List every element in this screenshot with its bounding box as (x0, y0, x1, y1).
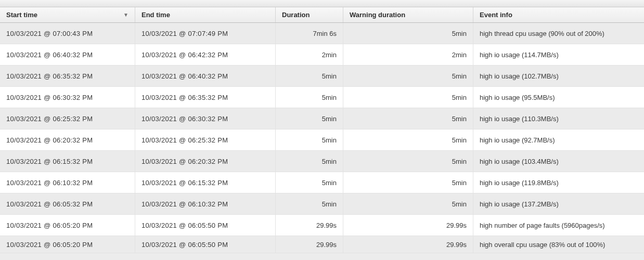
cell-warning-duration: 5min (343, 129, 473, 150)
table-row[interactable]: 10/03/2021 @ 06:30:32 PM 10/03/2021 @ 06… (0, 87, 644, 108)
events-panel: Start time ▼ End time Duration Warning d… (0, 0, 644, 260)
cell-start-time: 10/03/2021 @ 06:05:20 PM (0, 236, 135, 253)
cell-start-time: 10/03/2021 @ 06:30:32 PM (0, 87, 135, 108)
cell-event-info: high io usage (114.7MB/s) (473, 44, 644, 65)
cell-end-time: 10/03/2021 @ 06:05:50 PM (135, 215, 276, 236)
cell-duration: 29.99s (276, 215, 343, 236)
cell-start-time: 10/03/2021 @ 07:00:43 PM (0, 23, 135, 44)
cell-warning-duration: 29.99s (343, 215, 473, 236)
cell-warning-duration: 5min (343, 151, 473, 172)
cell-event-info: high io usage (119.8MB/s) (473, 172, 644, 193)
cell-duration: 5min (276, 108, 343, 129)
cell-warning-duration: 29.99s (343, 236, 473, 253)
cell-end-time: 10/03/2021 @ 06:10:32 PM (135, 193, 276, 214)
table-row[interactable]: 10/03/2021 @ 06:15:32 PM 10/03/2021 @ 06… (0, 151, 644, 172)
cell-start-time: 10/03/2021 @ 06:15:32 PM (0, 151, 135, 172)
cell-duration: 29.99s (276, 236, 343, 253)
cell-warning-duration: 5min (343, 23, 473, 44)
table-row[interactable]: 10/03/2021 @ 06:05:32 PM 10/03/2021 @ 06… (0, 193, 644, 215)
table-row[interactable]: 10/03/2021 @ 06:25:32 PM 10/03/2021 @ 06… (0, 108, 644, 129)
cell-warning-duration: 5min (343, 87, 473, 108)
cell-event-info: high io usage (92.7MB/s) (473, 129, 644, 150)
cell-end-time: 10/03/2021 @ 06:40:32 PM (135, 66, 276, 86)
cell-event-info: high overall cpu usage (83% out of 100%) (473, 236, 644, 253)
cell-end-time: 10/03/2021 @ 06:30:32 PM (135, 108, 276, 129)
column-label: Warning duration (350, 11, 405, 19)
cell-event-info: high io usage (137.2MB/s) (473, 193, 644, 214)
column-header-event-info[interactable]: Event info (473, 7, 644, 22)
cell-start-time: 10/03/2021 @ 06:25:32 PM (0, 108, 135, 129)
cell-start-time: 10/03/2021 @ 06:20:32 PM (0, 129, 135, 150)
table-header: Start time ▼ End time Duration Warning d… (0, 7, 644, 23)
cell-end-time: 10/03/2021 @ 06:42:32 PM (135, 44, 276, 65)
column-header-start-time[interactable]: Start time ▼ (0, 7, 135, 22)
cell-start-time: 10/03/2021 @ 06:40:32 PM (0, 44, 135, 65)
cell-warning-duration: 2min (343, 44, 473, 65)
table-row[interactable]: 10/03/2021 @ 06:40:32 PM 10/03/2021 @ 06… (0, 44, 644, 66)
cell-event-info: high thread cpu usage (90% out of 200%) (473, 23, 644, 44)
cell-event-info: high io usage (110.3MB/s) (473, 108, 644, 129)
table-row[interactable]: 10/03/2021 @ 06:05:20 PM 10/03/2021 @ 06… (0, 236, 644, 253)
table-row[interactable]: 10/03/2021 @ 07:00:43 PM 10/03/2021 @ 07… (0, 23, 644, 44)
cell-end-time: 10/03/2021 @ 06:20:32 PM (135, 151, 276, 172)
cell-event-info: high io usage (103.4MB/s) (473, 151, 644, 172)
cell-end-time: 10/03/2021 @ 06:25:32 PM (135, 129, 276, 150)
cell-end-time: 10/03/2021 @ 07:07:49 PM (135, 23, 276, 44)
cell-event-info: high number of page faults (5960pages/s) (473, 215, 644, 236)
column-header-end-time[interactable]: End time (135, 7, 276, 22)
cell-duration: 5min (276, 129, 343, 150)
cell-warning-duration: 5min (343, 66, 473, 86)
cell-end-time: 10/03/2021 @ 06:05:50 PM (135, 236, 276, 253)
cell-duration: 5min (276, 193, 343, 214)
cell-duration: 5min (276, 87, 343, 108)
cell-duration: 5min (276, 172, 343, 193)
column-label: Start time (6, 11, 37, 19)
cell-end-time: 10/03/2021 @ 06:15:32 PM (135, 172, 276, 193)
table-row[interactable]: 10/03/2021 @ 06:05:20 PM 10/03/2021 @ 06… (0, 215, 644, 236)
column-header-duration[interactable]: Duration (276, 7, 343, 22)
cell-duration: 7min 6s (276, 23, 343, 44)
cell-warning-duration: 5min (343, 172, 473, 193)
cell-warning-duration: 5min (343, 108, 473, 129)
cell-event-info: high io usage (95.5MB/s) (473, 87, 644, 108)
panel-top-band (0, 0, 644, 7)
cell-event-info: high io usage (102.7MB/s) (473, 66, 644, 86)
table-row[interactable]: 10/03/2021 @ 06:10:32 PM 10/03/2021 @ 06… (0, 172, 644, 193)
sort-desc-icon: ▼ (123, 12, 128, 18)
column-label: Duration (282, 11, 310, 19)
cell-start-time: 10/03/2021 @ 06:35:32 PM (0, 66, 135, 86)
cell-start-time: 10/03/2021 @ 06:05:20 PM (0, 215, 135, 236)
column-label: Event info (480, 11, 512, 19)
cell-start-time: 10/03/2021 @ 06:10:32 PM (0, 172, 135, 193)
column-header-warning-duration[interactable]: Warning duration (343, 7, 473, 22)
table-row[interactable]: 10/03/2021 @ 06:20:32 PM 10/03/2021 @ 06… (0, 129, 644, 151)
cell-duration: 2min (276, 44, 343, 65)
column-label: End time (141, 11, 170, 19)
cell-duration: 5min (276, 66, 343, 86)
cell-duration: 5min (276, 151, 343, 172)
table-row[interactable]: 10/03/2021 @ 06:35:32 PM 10/03/2021 @ 06… (0, 66, 644, 87)
cell-end-time: 10/03/2021 @ 06:35:32 PM (135, 87, 276, 108)
cell-warning-duration: 5min (343, 193, 473, 214)
cell-start-time: 10/03/2021 @ 06:05:32 PM (0, 193, 135, 214)
